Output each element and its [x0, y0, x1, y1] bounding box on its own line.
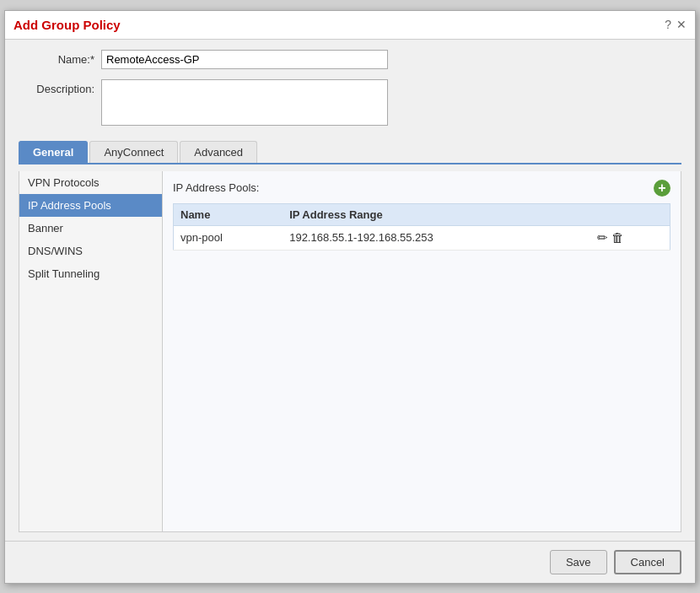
col-actions [590, 203, 670, 225]
add-group-policy-dialog: Add Group Policy ? ✕ Name:* Description:… [4, 10, 696, 584]
sidebar-item-ip-address-pools[interactable]: IP Address Pools [19, 194, 162, 217]
tabs-bar: General AnyConnect Advanced [19, 141, 681, 164]
name-label: Name:* [19, 50, 94, 66]
description-row: Description: [19, 79, 681, 126]
pool-name: vpn-pool [174, 225, 283, 250]
delete-icon[interactable]: 🗑 [611, 230, 624, 245]
table-header-row: Name IP Address Range [174, 203, 670, 225]
description-label: Description: [19, 79, 94, 95]
panel-title: IP Address Pools: [173, 181, 259, 194]
sidebar-item-banner[interactable]: Banner [19, 217, 162, 240]
description-textarea[interactable] [101, 79, 388, 126]
save-button[interactable]: Save [550, 550, 607, 574]
cancel-button[interactable]: Cancel [614, 550, 681, 574]
help-icon[interactable]: ? [665, 18, 671, 31]
sidebar-item-dns-wins[interactable]: DNS/WINS [19, 240, 162, 262]
col-ip-range: IP Address Range [283, 203, 590, 225]
sidebar-item-vpn-protocols[interactable]: VPN Protocols [19, 171, 162, 194]
edit-icon[interactable]: ✏ [597, 230, 608, 245]
dialog-title: Add Group Policy [13, 18, 121, 32]
ip-pools-table: Name IP Address Range vpn-pool 192.168.5… [173, 203, 670, 251]
title-icons: ? ✕ [665, 18, 687, 31]
tab-advanced[interactable]: Advanced [180, 141, 257, 163]
close-icon[interactable]: ✕ [676, 18, 687, 31]
tab-content: VPN Protocols IP Address Pools Banner DN… [19, 171, 681, 532]
sidebar-item-split-tunneling[interactable]: Split Tunneling [19, 262, 162, 285]
col-name: Name [174, 203, 283, 225]
add-pool-button[interactable]: + [654, 180, 670, 197]
title-bar: Add Group Policy ? ✕ [5, 11, 695, 40]
dialog-body: Name:* Description: General AnyConnect A… [5, 40, 695, 541]
pool-ip-range: 192.168.55.1-192.168.55.253 [283, 225, 590, 250]
dialog-footer: Save Cancel [5, 541, 695, 583]
name-row: Name:* [19, 50, 681, 69]
pool-actions: ✏ 🗑 [590, 225, 670, 250]
tab-general[interactable]: General [19, 141, 88, 163]
tab-anyconnect[interactable]: AnyConnect [89, 141, 178, 163]
name-input[interactable] [101, 50, 388, 69]
sidebar: VPN Protocols IP Address Pools Banner DN… [19, 171, 163, 531]
ip-address-pools-panel: IP Address Pools: + Name IP Address Rang… [163, 171, 681, 531]
table-row: vpn-pool 192.168.55.1-192.168.55.253 ✏ 🗑 [174, 225, 670, 250]
action-icons: ✏ 🗑 [597, 230, 663, 245]
panel-header: IP Address Pools: + [173, 180, 670, 197]
